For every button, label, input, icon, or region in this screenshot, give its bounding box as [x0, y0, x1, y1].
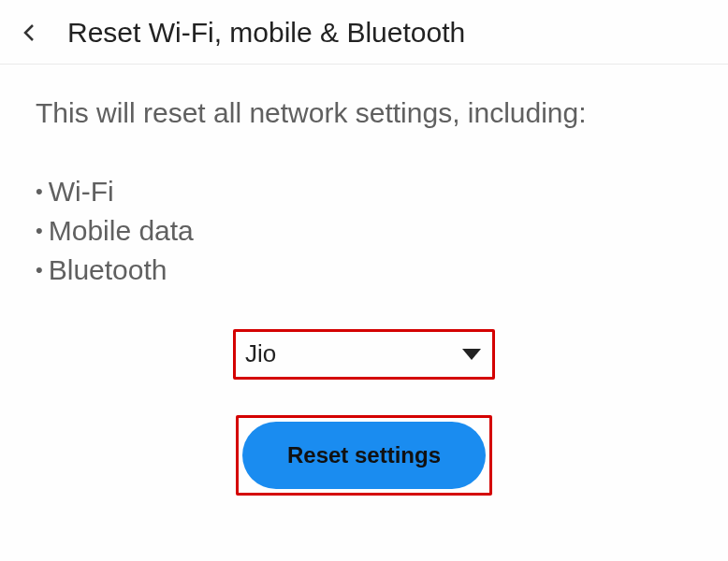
dropdown-highlight: Jio: [233, 329, 495, 380]
bullet-list: • Wi-Fi • Mobile data • Bluetooth: [36, 172, 692, 290]
page-title: Reset Wi-Fi, mobile & Bluetooth: [67, 17, 465, 49]
list-item-label: Mobile data: [49, 211, 194, 251]
bullet-dot: •: [36, 221, 43, 241]
list-item: • Mobile data: [36, 211, 692, 251]
list-item: • Wi-Fi: [36, 172, 692, 211]
content: This will reset all network settings, in…: [0, 65, 728, 525]
dropdown-selected-text: Jio: [245, 339, 276, 368]
bullet-dot: •: [36, 260, 43, 280]
list-item-label: Wi-Fi: [49, 172, 114, 211]
controls: Jio Reset settings: [36, 329, 692, 496]
reset-settings-button[interactable]: Reset settings: [242, 422, 486, 489]
back-icon[interactable]: [19, 22, 41, 44]
header: Reset Wi-Fi, mobile & Bluetooth: [0, 0, 728, 65]
list-item: • Bluetooth: [36, 251, 692, 290]
button-label: Reset settings: [287, 442, 441, 468]
chevron-down-icon: [462, 349, 481, 360]
carrier-dropdown[interactable]: Jio: [238, 334, 490, 375]
description-text: This will reset all network settings, in…: [36, 94, 692, 133]
bullet-dot: •: [36, 181, 43, 202]
list-item-label: Bluetooth: [49, 251, 167, 290]
button-highlight: Reset settings: [236, 415, 492, 496]
